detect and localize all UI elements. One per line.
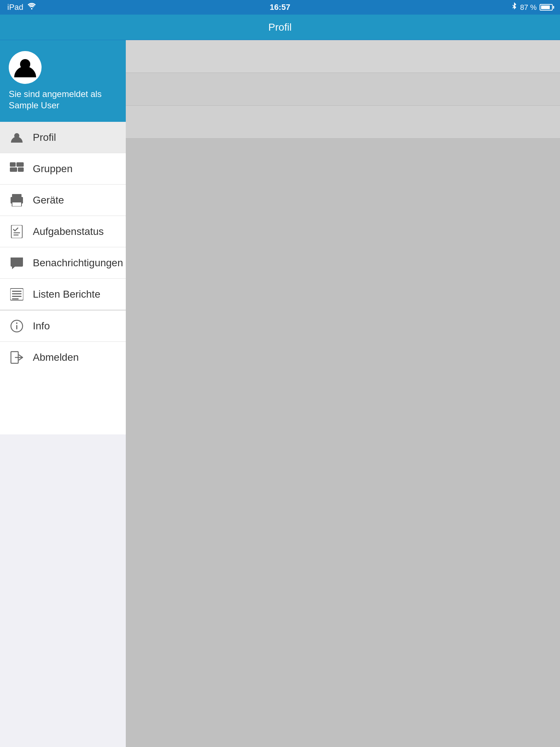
svg-rect-13 [13,232,20,233]
content-row-3 [126,106,560,139]
info-icon [9,318,25,334]
svg-rect-17 [12,293,22,294]
battery-percent: 87 % [520,3,537,12]
sidebar-item-profil[interactable]: Profil [0,122,126,153]
svg-point-0 [31,8,32,9]
svg-point-22 [16,322,18,324]
task-icon [9,224,25,240]
svg-rect-7 [12,194,22,197]
person-icon [9,129,25,146]
nav-title: Profil [268,22,292,33]
svg-rect-3 [10,162,16,167]
content-rows [126,40,560,139]
svg-rect-4 [16,162,24,167]
sidebar-item-aufgabenstatus[interactable]: Aufgabenstatus [0,216,126,247]
info-label: Info [33,320,50,332]
svg-point-11 [20,198,22,200]
status-right: 87 % [511,2,553,13]
svg-rect-6 [18,167,24,172]
svg-rect-21 [16,325,18,329]
content-main [126,139,560,747]
sidebar: Sie sind angemeldet als Sample User Prof… [0,40,126,747]
battery-icon [540,4,553,11]
status-time: 16:57 [270,3,290,12]
content-area [126,40,560,747]
abmelden-label: Abmelden [33,352,79,363]
sidebar-item-abmelden[interactable]: Abmelden [0,342,126,373]
aufgabenstatus-label: Aufgabenstatus [33,226,104,237]
menu-list: Profil Gruppen [0,122,126,434]
user-info: Sie sind angemeldet als Sample User [9,88,102,111]
benachrichtigungen-label: Benachrichtigungen [33,257,123,269]
person-avatar-icon [12,55,38,80]
svg-rect-19 [12,298,19,299]
svg-rect-18 [12,296,22,297]
sidebar-item-gruppen[interactable]: Gruppen [0,153,126,185]
logout-icon [9,349,25,365]
device-label: iPad [7,3,23,12]
logged-in-as-label: Sie sind angemeldet als [9,88,102,100]
user-header: Sie sind angemeldet als Sample User [0,40,126,122]
list-icon [9,286,25,302]
sidebar-filler [0,434,126,747]
sidebar-item-listen-berichte[interactable]: Listen Berichte [0,279,126,310]
profil-label: Profil [33,132,56,143]
status-left: iPad [7,3,36,12]
svg-rect-5 [10,167,17,172]
sidebar-item-benachrichtigungen[interactable]: Benachrichtigungen [0,247,126,279]
svg-rect-9 [12,202,22,206]
main-layout: Sie sind angemeldet als Sample User Prof… [0,40,560,747]
print-icon [9,192,25,208]
svg-rect-12 [11,225,22,238]
content-row-1 [126,40,560,73]
geraete-label: Geräte [33,194,64,206]
groups-icon [9,161,25,177]
gruppen-label: Gruppen [33,163,73,175]
bluetooth-icon [511,2,517,13]
sidebar-item-info[interactable]: Info [0,310,126,342]
username-label: Sample User [9,100,102,111]
content-row-2 [126,73,560,106]
svg-rect-14 [13,235,19,236]
svg-rect-16 [12,291,22,292]
sidebar-item-geraete[interactable]: Geräte [0,185,126,216]
wifi-icon [27,3,36,12]
nav-bar: Profil [0,15,560,40]
listen-berichte-label: Listen Berichte [33,289,100,300]
chat-icon [9,255,25,271]
avatar [9,51,42,84]
status-bar: iPad 16:57 87 % [0,0,560,15]
